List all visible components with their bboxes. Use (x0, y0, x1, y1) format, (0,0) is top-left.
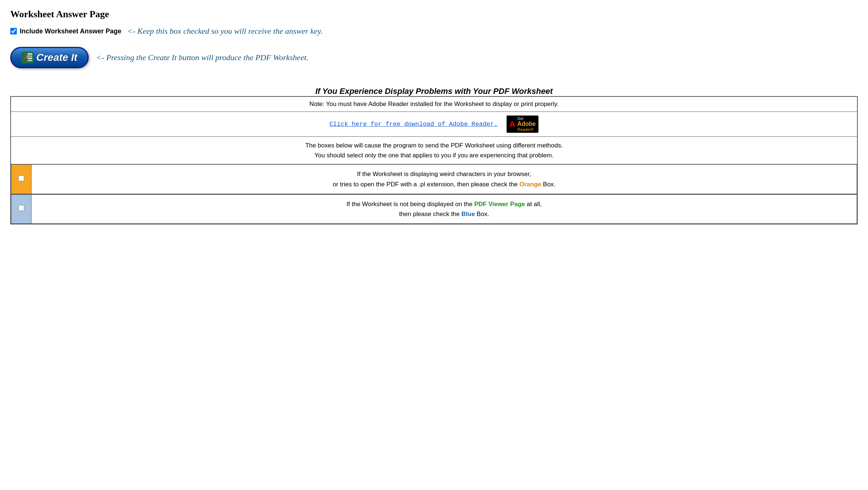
orange-checkbox-cell (11, 165, 32, 194)
excel-icon: ✕ (22, 52, 33, 63)
adobe-note-row: Note: You must have Adobe Reader install… (11, 96, 857, 112)
answer-page-row: Include Worksheet Answer Page <- Keep th… (10, 26, 858, 36)
problems-title: If You Experience Display Problems with … (10, 87, 858, 96)
svg-rect-3 (27, 53, 32, 55)
adobe-badge: A Get Adobe Reader® (507, 116, 539, 133)
blue-box-cell: If the Worksheet is not being displayed … (11, 194, 857, 224)
orange-word: Orange (519, 181, 541, 188)
page-title: Worksheet Answer Page (10, 9, 858, 20)
methods-row: The boxes below will cause the program t… (11, 137, 857, 164)
orange-box-cell: If the Worksheet is displaying weird cha… (11, 164, 857, 194)
adobe-get-reader: Get Adobe Reader® (518, 117, 536, 132)
orange-text-cell: If the Worksheet is displaying weird cha… (32, 165, 857, 194)
answer-page-checkbox-label[interactable]: Include Worksheet Answer Page (10, 28, 121, 35)
svg-rect-4 (27, 55, 32, 57)
adobe-a-logo: A (510, 120, 515, 129)
answer-page-arrow-text: <- Keep this box checked so you will rec… (127, 26, 323, 36)
blue-checkbox[interactable] (18, 205, 24, 211)
blue-word: Blue (461, 211, 475, 217)
create-it-row: ✕ Create It <- Pressing the Create It bu… (10, 47, 858, 68)
adobe-download-link[interactable]: Click here for free download of Adobe Re… (330, 121, 498, 128)
blue-box-row: If the Worksheet is not being displayed … (11, 194, 857, 224)
create-it-label: Create It (36, 52, 77, 63)
adobe-link-row: Click here for free download of Adobe Re… (11, 112, 857, 137)
blue-checkbox-cell (11, 194, 32, 223)
problems-table: Note: You must have Adobe Reader install… (10, 96, 858, 224)
adobe-note-cell: Note: You must have Adobe Reader install… (11, 96, 857, 112)
pdf-viewer-text: PDF Viewer Page (474, 201, 525, 208)
blue-text-cell: If the Worksheet is not being displayed … (32, 194, 857, 223)
adobe-link-cell: Click here for free download of Adobe Re… (11, 112, 857, 137)
svg-rect-6 (27, 60, 32, 61)
create-it-button[interactable]: ✕ Create It (10, 47, 89, 68)
svg-rect-5 (27, 58, 32, 59)
orange-box-row: If the Worksheet is displaying weird cha… (11, 164, 857, 194)
problems-section: If You Experience Display Problems with … (10, 87, 858, 224)
create-it-arrow-text: <- Pressing the Create It button will pr… (96, 53, 308, 62)
answer-page-checkbox[interactable] (10, 28, 17, 34)
methods-cell: The boxes below will cause the program t… (11, 137, 857, 164)
orange-checkbox[interactable] (18, 175, 24, 181)
answer-page-label: Include Worksheet Answer Page (20, 28, 121, 35)
